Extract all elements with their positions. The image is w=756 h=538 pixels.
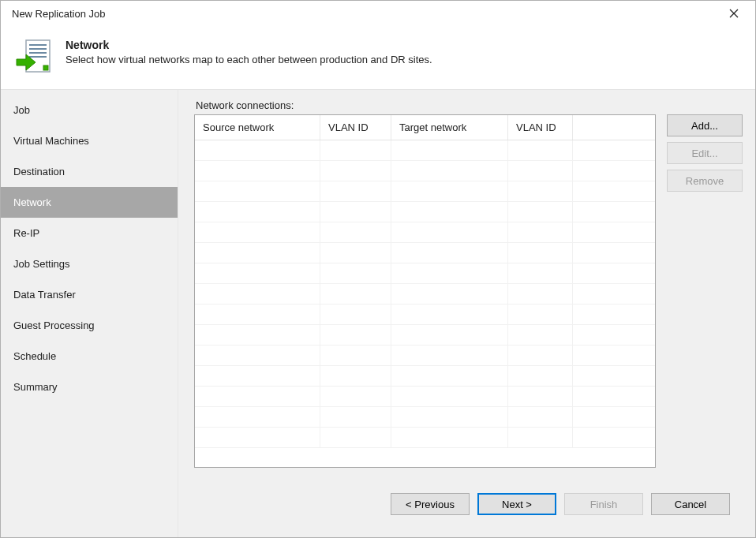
table-row[interactable] [195,181,655,202]
sidebar-item-summary[interactable]: Summary [1,372,178,402]
remove-button: Remove [667,170,743,192]
add-button[interactable]: Add... [667,114,743,136]
col-vlan-id-source[interactable]: VLAN ID [320,115,391,140]
col-target-network[interactable]: Target network [391,115,508,140]
titlebar: New Replication Job [1,1,755,26]
page-description: Select how virtual networks map to each … [65,54,432,65]
network-connections-table[interactable]: Source network VLAN ID Target network VL… [194,114,656,468]
svg-rect-7 [43,65,48,70]
sidebar-item-job-settings[interactable]: Job Settings [1,248,178,279]
page-icon [15,37,53,75]
table-row[interactable] [195,366,655,387]
table-row[interactable] [195,346,655,366]
finish-button: Finish [564,493,643,515]
table-body [195,140,655,467]
edit-button: Edit... [667,142,743,164]
col-spacer [573,115,655,140]
sidebar-item-virtual-machines[interactable]: Virtual Machines [1,125,178,156]
sidebar-item-job[interactable]: Job [1,95,178,125]
table-label: Network connections: [194,99,743,111]
table-row[interactable] [195,202,655,222]
sidebar-item-data-transfer[interactable]: Data Transfer [1,279,178,310]
wizard-sidebar: Job Virtual Machines Destination Network… [1,90,178,537]
wizard-footer: < Previous Next > Finish Cancel [194,482,743,528]
col-source-network[interactable]: Source network [195,115,320,140]
header: Network Select how virtual networks map … [1,26,755,89]
table-row[interactable] [195,140,655,161]
previous-button[interactable]: < Previous [391,493,470,515]
next-button[interactable]: Next > [477,493,556,515]
close-icon [729,9,739,18]
table-row[interactable] [195,222,655,243]
sidebar-item-guest-processing[interactable]: Guest Processing [1,310,178,341]
table-action-buttons: Add... Edit... Remove [667,114,743,482]
table-row[interactable] [195,304,655,325]
table-row[interactable] [195,243,655,263]
table-row[interactable] [195,263,655,284]
col-vlan-id-target[interactable]: VLAN ID [508,115,573,140]
table-row[interactable] [195,325,655,346]
table-row[interactable] [195,387,655,407]
sidebar-item-network[interactable]: Network [1,187,178,218]
table-row[interactable] [195,407,655,428]
body: Job Virtual Machines Destination Network… [1,89,755,537]
table-row[interactable] [195,428,655,448]
close-button[interactable] [720,2,747,24]
page-title: Network [65,39,432,51]
sidebar-item-re-ip[interactable]: Re-IP [1,218,178,248]
table-row[interactable] [195,161,655,181]
cancel-button[interactable]: Cancel [651,493,730,515]
sidebar-item-schedule[interactable]: Schedule [1,341,178,372]
table-row[interactable] [195,284,655,304]
dialog-window: New Replication Job Network Select how v… [0,0,756,538]
main-panel: Network connections: Source network VLAN… [178,90,755,537]
sidebar-item-destination[interactable]: Destination [1,156,178,187]
window-title: New Replication Job [12,8,106,20]
table-header: Source network VLAN ID Target network VL… [195,115,655,140]
